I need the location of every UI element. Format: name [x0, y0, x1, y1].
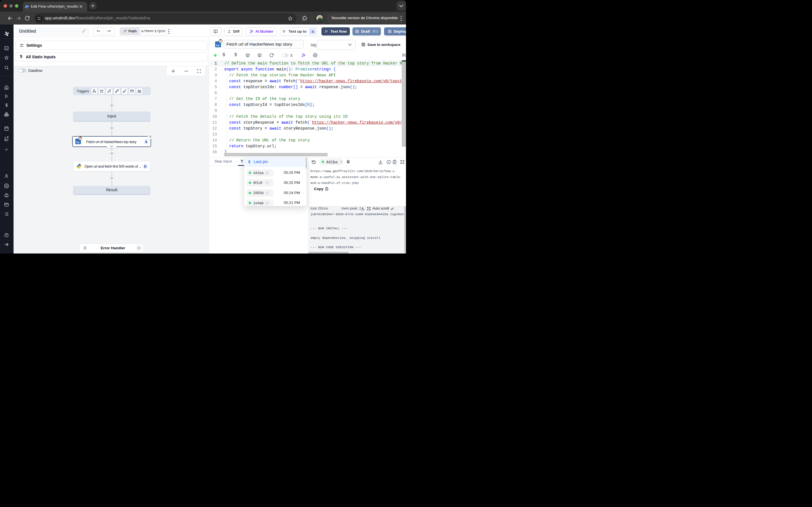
svg-text:TS: TS — [76, 141, 80, 144]
